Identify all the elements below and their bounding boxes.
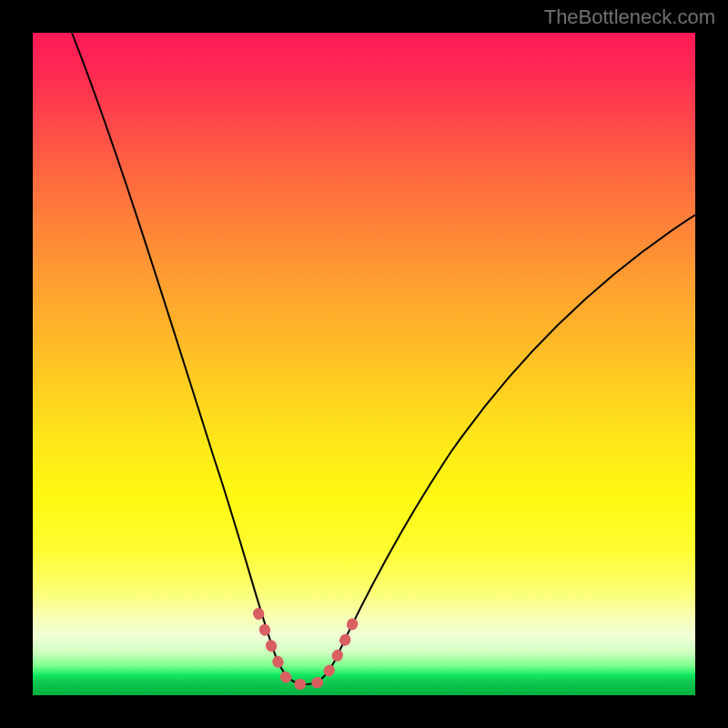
watermark-text: TheBottleneck.com (544, 5, 715, 29)
chart-plot-area (33, 33, 695, 695)
chart-svg (33, 33, 695, 695)
bottleneck-curve-line (72, 33, 695, 684)
optimal-range-marker (258, 613, 353, 684)
